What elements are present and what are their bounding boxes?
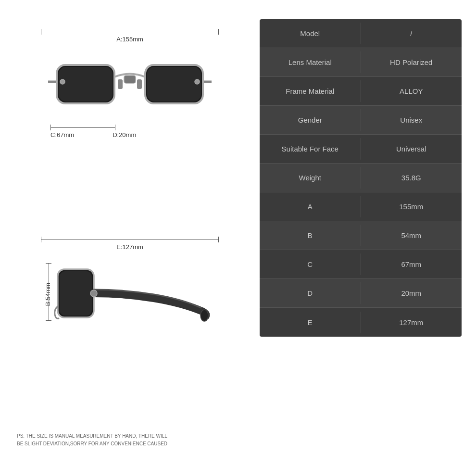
top-diagram: A:155mm	[14, 19, 245, 139]
spec-row: Weight35.8G	[260, 164, 462, 192]
spec-row: A155mm	[260, 192, 462, 221]
spec-label: Suitable For Face	[260, 138, 361, 160]
spec-value: Unisex	[361, 109, 462, 131]
spec-row: B54mm	[260, 221, 462, 250]
specs-table: Model/Lens MaterialHD PolarizedFrame Mat…	[260, 19, 462, 337]
glasses-side-view: B:54mm	[41, 253, 219, 335]
svg-rect-8	[124, 76, 136, 83]
spec-value: 67mm	[361, 253, 462, 275]
spec-label: E	[260, 312, 361, 333]
spec-value: 155mm	[361, 196, 462, 217]
svg-point-14	[90, 290, 97, 297]
left-panel: A:155mm	[14, 14, 245, 453]
h-line-c	[51, 127, 115, 128]
svg-point-13	[200, 310, 208, 321]
spec-label: A	[260, 196, 361, 217]
side-diagram: E:127mm B:54mm	[14, 237, 245, 335]
svg-rect-7	[137, 79, 142, 89]
note-text: PS: THE SIZE IS MANUAL MEASUREMENT BY HA…	[14, 432, 245, 448]
spec-label: D	[260, 282, 361, 304]
spec-row: E127mm	[260, 308, 462, 337]
dim-b-label: B:54mm	[44, 283, 51, 306]
spec-label: C	[260, 253, 361, 275]
spec-value: 20mm	[361, 282, 462, 304]
tick-e-right	[218, 237, 219, 242]
spec-label: Model	[260, 23, 361, 44]
svg-rect-5	[147, 67, 201, 101]
svg-rect-3	[59, 67, 113, 101]
spec-row: Lens MaterialHD Polarized	[260, 48, 462, 77]
glasses-side-svg	[48, 256, 212, 333]
spec-row: D20mm	[260, 279, 462, 308]
spec-row: Frame MaterialALLOY	[260, 77, 462, 106]
spec-value: /	[361, 23, 462, 44]
spec-row: Model/	[260, 19, 462, 48]
page-container: A:155mm	[0, 0, 476, 467]
dim-c-label: C:67mm	[50, 131, 74, 139]
spec-value: Universal	[361, 138, 462, 160]
svg-point-10	[195, 79, 200, 84]
spec-value: 35.8G	[361, 167, 462, 189]
spec-value: HD Polarized	[361, 51, 462, 73]
spec-label: Weight	[260, 167, 361, 189]
spec-row: Suitable For FaceUniversal	[260, 135, 462, 164]
spec-value: 127mm	[361, 312, 462, 333]
dim-d-label: D:20mm	[113, 131, 136, 139]
dim-e-label: E:127mm	[41, 243, 219, 251]
spec-value: 54mm	[361, 225, 462, 246]
h-line-a	[41, 32, 218, 32]
spec-label: Lens Material	[260, 51, 361, 73]
glasses-front-view	[41, 46, 219, 123]
spec-row: C67mm	[260, 250, 462, 279]
tick-right	[218, 29, 219, 35]
spec-row: GenderUnisex	[260, 106, 462, 135]
tick-c-right	[115, 125, 115, 130]
svg-point-9	[60, 79, 65, 84]
spec-label: Frame Material	[260, 80, 361, 102]
glasses-front-svg	[48, 50, 212, 118]
spec-label: B	[260, 225, 361, 246]
dim-a-label: A:155mm	[41, 36, 219, 43]
spec-value: ALLOY	[361, 80, 462, 102]
h-line-e	[41, 240, 218, 240]
svg-rect-6	[118, 79, 123, 89]
spec-label: Gender	[260, 109, 361, 131]
svg-rect-12	[60, 271, 92, 316]
